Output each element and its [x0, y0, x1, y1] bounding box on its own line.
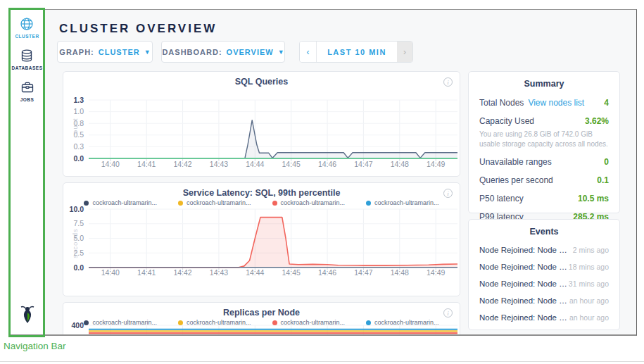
svg-text:14:46: 14:46: [318, 268, 336, 277]
legend-item[interactable]: cockroach-ultramarin...: [178, 199, 251, 206]
capacity-note: You are using 26.8 GiB of 742.0 GiB usab…: [479, 130, 609, 149]
event-text[interactable]: Node Rejoined: Node 4 rej...: [479, 246, 569, 254]
legend-item[interactable]: cockroach-ultramarin...: [272, 199, 346, 206]
bottom-divider: [0, 361, 644, 362]
summary-value: 0: [604, 157, 609, 167]
legend-label: cockroach-ultramarin...: [92, 319, 157, 326]
sidebar-item-label: JOBS: [20, 97, 34, 102]
time-next-button[interactable]: ›: [397, 42, 412, 62]
summary-title: Summary: [479, 79, 609, 89]
info-icon[interactable]: i: [443, 77, 453, 87]
svg-text:1.3: 1.3: [73, 96, 84, 104]
svg-text:14:48: 14:48: [391, 160, 409, 168]
svg-text:14:49: 14:49: [427, 268, 445, 277]
event-row: Node Rejoined: Node 3 rej... 18 mins ago: [479, 263, 609, 271]
svg-text:0.0: 0.0: [73, 154, 84, 163]
sidebar-item-jobs[interactable]: JOBS: [20, 80, 35, 102]
summary-value: 4: [604, 98, 609, 108]
summary-label: Total Nodes: [479, 98, 524, 108]
event-row: Node Rejoined: Node 2 rej... 31 mins ago: [479, 280, 609, 288]
legend-item[interactable]: cockroach-ultramarin...: [272, 319, 346, 326]
svg-text:14:47: 14:47: [354, 160, 372, 168]
summary-row-unavailable: Unavailable ranges 0: [479, 157, 609, 167]
svg-text:14:49: 14:49: [427, 160, 445, 168]
event-time: 31 mins ago: [569, 280, 609, 288]
summary-row-p50: P50 latency 10.5 ms: [479, 194, 609, 203]
briefcase-icon: [20, 80, 35, 95]
legend-label: cockroach-ultramarin...: [374, 199, 439, 206]
legend-dot-icon: [84, 320, 89, 325]
time-prev-button[interactable]: ‹: [300, 42, 317, 62]
summary-label: Unavailable ranges: [479, 157, 552, 167]
view-nodes-link[interactable]: View nodes list: [528, 98, 584, 108]
graph-dropdown[interactable]: GRAPH: CLUSTER ▼: [57, 41, 153, 63]
sidebar-item-cluster[interactable]: CLUSTER: [15, 16, 39, 39]
legend-dot-icon: [178, 201, 183, 206]
cockroach-logo[interactable]: [19, 305, 36, 327]
dashboard-dropdown-value: OVERVIEW: [227, 48, 274, 56]
event-time: an hour ago: [569, 296, 609, 305]
graph-dropdown-label: GRAPH:: [59, 48, 94, 56]
legend-label: cockroach-ultramarin...: [187, 319, 251, 326]
summary-row-qps: Queries per second 0.1: [479, 175, 609, 185]
event-text[interactable]: Node Rejoined: Node 4 rej...: [479, 313, 569, 322]
events-title: Events: [479, 227, 609, 237]
summary-panel: Summary Total Nodes View nodes list 4 Ca…: [468, 71, 620, 213]
legend-dot-icon: [178, 320, 183, 325]
summary-value: 10.5 ms: [578, 194, 609, 203]
svg-text:14:42: 14:42: [173, 268, 191, 277]
time-range-label[interactable]: LAST 10 MIN: [317, 42, 397, 62]
chart-legend: cockroach-ultramarin...cockroach-ultrama…: [63, 319, 460, 326]
event-text[interactable]: Node Rejoined: Node 2 rej...: [479, 280, 569, 288]
chart-card-replicas-per-node: 400 Replicas per Node i cockroach-ultram…: [63, 302, 460, 336]
svg-text:14:45: 14:45: [282, 160, 301, 168]
svg-text:14:45: 14:45: [282, 268, 301, 277]
svg-text:14:46: 14:46: [318, 160, 336, 168]
y-axis-label: seconds: [71, 222, 79, 265]
app-window: CLUSTER DATABASES JOBS: [10, 9, 637, 336]
summary-row-total-nodes: Total Nodes View nodes list 4: [479, 98, 609, 108]
summary-value: 0.1: [597, 175, 609, 185]
info-icon[interactable]: i: [443, 189, 453, 198]
event-text[interactable]: Node Rejoined: Node 3 rej...: [479, 263, 569, 271]
legend-dot-icon: [366, 320, 371, 325]
summary-label: P50 latency: [479, 194, 524, 203]
legend-label: cockroach-ultramarin...: [187, 199, 251, 206]
legend-item[interactable]: cockroach-ultramarin...: [84, 199, 157, 206]
event-text[interactable]: Node Rejoined: Node 1 rej...: [479, 296, 569, 305]
svg-text:14:40: 14:40: [101, 268, 120, 277]
legend-item[interactable]: cockroach-ultramarin...: [366, 199, 439, 206]
legend-dot-icon: [366, 201, 371, 206]
legend-label: cockroach-ultramarin...: [92, 199, 157, 206]
sidebar-item-label: DATABASES: [12, 65, 43, 70]
y-axis-label: count: [71, 107, 79, 149]
summary-label: Queries per second: [479, 175, 553, 185]
legend-label: cockroach-ultramarin...: [281, 199, 346, 206]
dashboard-dropdown-label: DASHBOARD:: [162, 48, 222, 56]
annotation-caption: Navigation Bar: [4, 341, 66, 351]
event-row: Node Rejoined: Node 4 rej... 2 mins ago: [479, 246, 609, 254]
legend-item[interactable]: cockroach-ultramarin...: [84, 319, 157, 326]
sidebar-item-label: CLUSTER: [15, 34, 39, 39]
legend-item[interactable]: cockroach-ultramarin...: [366, 319, 439, 326]
svg-text:14:44: 14:44: [246, 160, 264, 168]
event-time: an hour ago: [569, 313, 609, 322]
sidebar-item-databases[interactable]: DATABASES: [12, 48, 43, 70]
chevron-down-icon: ▼: [278, 49, 284, 56]
legend-dot-icon: [84, 201, 89, 206]
chart-legend: cockroach-ultramarin...cockroach-ultrama…: [63, 199, 460, 206]
svg-text:14:48: 14:48: [391, 268, 409, 277]
info-icon[interactable]: i: [443, 308, 453, 318]
legend-item[interactable]: cockroach-ultramarin...: [178, 319, 251, 326]
summary-row-capacity: Capacity Used 3.62%: [479, 116, 609, 126]
database-icon: [19, 48, 34, 63]
svg-text:14:41: 14:41: [137, 268, 156, 277]
graph-dropdown-value: CLUSTER: [99, 48, 140, 56]
svg-text:14:43: 14:43: [210, 160, 228, 168]
svg-text:14:43: 14:43: [210, 268, 228, 277]
event-time: 18 mins ago: [569, 263, 609, 271]
dashboard-dropdown[interactable]: DASHBOARD: OVERVIEW ▼: [161, 41, 285, 63]
svg-text:14:47: 14:47: [354, 268, 372, 277]
svg-text:14:40: 14:40: [101, 160, 120, 168]
globe-icon: [19, 16, 34, 32]
